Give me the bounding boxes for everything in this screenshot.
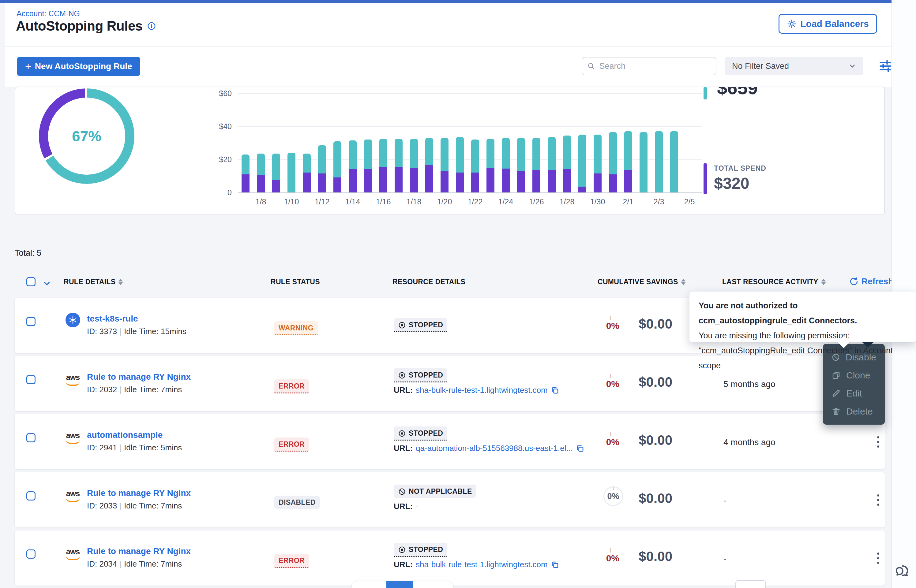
rule-meta: ID: 3373|Idle Time: 15mins <box>87 327 186 336</box>
bar-1/8 <box>257 87 265 192</box>
row-checkbox[interactable] <box>26 433 36 443</box>
last-activity: - <box>723 496 726 506</box>
row-checkbox[interactable] <box>26 549 36 559</box>
savings-stat-accent <box>704 87 707 99</box>
savings-donut-chart: 67% <box>39 89 134 184</box>
context-menu-item-delete[interactable]: Delete <box>823 406 885 417</box>
breadcrumb-account[interactable]: Account: CCM-NG <box>16 9 80 18</box>
bar-2/1 <box>624 87 632 192</box>
bar-1/9 <box>272 87 280 192</box>
x-axis-tick: 1/18 <box>406 197 422 206</box>
expand-all-chevron-icon[interactable] <box>42 279 52 288</box>
rule-status-badge: WARNING <box>274 321 318 335</box>
refresh-icon <box>849 277 858 286</box>
rule-name-link[interactable]: Rule to manage RY Nginx <box>87 372 191 382</box>
rule-name-link[interactable]: automationsample <box>87 430 163 440</box>
resource-url-link[interactable]: sha-bulk-rule-test-1.lightwingtest.com <box>416 560 548 569</box>
sort-icon[interactable] <box>118 279 123 285</box>
row-checkbox[interactable] <box>26 375 36 384</box>
savings-amount: $0.00 <box>639 491 672 506</box>
savings-percent: 0% <box>607 492 619 501</box>
column-rule-details[interactable]: RULE DETAILS <box>64 278 123 286</box>
x-axis-tick: 1/20 <box>437 197 452 206</box>
resource-url: URL:sha-bulk-rule-test-1.lightwingtest.c… <box>394 560 559 569</box>
filter-panel-icon[interactable] <box>879 59 892 73</box>
column-last-resource-activity[interactable]: LAST RESOURCE ACTIVITY <box>722 278 826 286</box>
search-input[interactable] <box>599 61 711 71</box>
autostopping-rules-page: Account: CCM-NG AutoStopping Rules Load … <box>0 0 916 588</box>
x-axis-tick: 1/8 <box>256 197 266 206</box>
sort-icon[interactable] <box>681 279 685 285</box>
rule-meta: ID: 2033|Idle Time: 7mins <box>87 501 182 510</box>
info-icon[interactable] <box>147 21 156 31</box>
savings-amount: $0.00 <box>639 375 672 390</box>
resource-url-link[interactable]: - <box>416 502 419 511</box>
bar-1/27 <box>548 87 556 192</box>
bar-2/3 <box>655 87 663 192</box>
rule-name-link[interactable]: Rule to manage RY Nginx <box>87 546 191 556</box>
select-all-checkbox[interactable] <box>26 277 36 286</box>
column-cumulative-savings[interactable]: CUMULATIVE SAVINGS <box>597 278 685 286</box>
column-resource-details: RESOURCE DETAILS <box>392 278 465 286</box>
rule-name-link[interactable]: Rule to manage RY Nginx <box>87 488 191 498</box>
stopped-icon <box>398 321 406 329</box>
x-axis-tick: 1/28 <box>560 197 575 206</box>
sort-icon[interactable] <box>821 279 826 285</box>
chat-support-icon[interactable] <box>896 563 912 580</box>
not-applicable-icon <box>398 488 406 496</box>
search-icon <box>587 62 595 70</box>
bar-1/21 <box>456 87 464 192</box>
rule-name-link[interactable]: test-k8s-rule <box>87 314 138 324</box>
y-axis-tick: 0 <box>198 188 232 197</box>
bar-1/22 <box>471 87 479 192</box>
rule-meta: ID: 2034|Idle Time: 7mins <box>87 559 182 569</box>
search-box <box>582 57 716 75</box>
total-spend-value: $320 <box>714 174 749 192</box>
bar-1/12 <box>318 87 326 192</box>
resource-url-link[interactable]: qa-automation-alb-515563988.us-east-1.el… <box>416 444 573 453</box>
x-axis-tick: 1/10 <box>284 197 299 206</box>
row-checkbox[interactable] <box>26 491 36 501</box>
last-activity: - <box>723 554 726 564</box>
load-balancers-button[interactable]: Load Balancers <box>778 14 877 34</box>
summary-card: 67% $60$40$2001/81/101/121/141/161/181/2… <box>15 87 885 215</box>
new-autostopping-rule-button[interactable]: + New AutoStopping Rule <box>17 57 140 76</box>
context-menu-item-edit[interactable]: Edit <box>823 388 885 399</box>
resource-state-badge: STOPPED <box>394 426 447 441</box>
resource-state-badge: STOPPED <box>394 543 447 557</box>
savings-amount: $0.00 <box>639 433 672 448</box>
resource-state-badge: STOPPED <box>394 318 447 332</box>
total-count: Total: 5 <box>15 249 41 258</box>
x-axis-tick: 1/26 <box>529 197 544 206</box>
bar-1/30 <box>594 87 602 192</box>
pagination-active-page[interactable] <box>386 581 413 588</box>
row-menu-button[interactable] <box>872 548 884 568</box>
bar-1/17 <box>395 87 403 192</box>
row-menu-button[interactable] <box>872 432 884 452</box>
resource-url-link[interactable]: sha-bulk-rule-test-1.lightwingtest.com <box>416 386 548 395</box>
aws-icon: aws <box>65 432 81 444</box>
refresh-button[interactable]: Refresh <box>849 276 893 286</box>
tooltip-line-2: You are missing the following permission… <box>699 328 907 343</box>
row-menu-button[interactable] <box>872 490 884 510</box>
saved-filter-dropdown[interactable]: No Filter Saved <box>725 57 863 75</box>
tooltip-line-1: You are not authorized to ccm_autostoppi… <box>699 298 907 328</box>
page-size-select[interactable] <box>735 580 766 588</box>
donut-percentage: 67% <box>39 89 134 184</box>
copy-icon[interactable] <box>551 561 559 569</box>
savings-amount: $0.00 <box>639 316 672 332</box>
bar-2/2 <box>639 87 647 192</box>
x-axis-tick: 1/12 <box>315 197 330 206</box>
x-axis-tick: 2/5 <box>684 197 695 206</box>
gear-icon <box>787 19 796 29</box>
row-checkbox[interactable] <box>26 317 36 326</box>
bar-1/29 <box>578 87 586 192</box>
bar-1/19 <box>425 87 433 192</box>
savings-percent: 0% <box>583 437 619 447</box>
copy-icon[interactable] <box>551 386 559 394</box>
column-rule-status: RULE STATUS <box>270 278 320 286</box>
table-header: RULE DETAILS RULE STATUS RESOURCE DETAIL… <box>15 274 885 290</box>
table-row: awsautomationsampleID: 2941|Idle Time: 5… <box>15 414 885 469</box>
x-axis-tick: 1/14 <box>345 197 360 206</box>
bar-1/16 <box>379 87 387 192</box>
